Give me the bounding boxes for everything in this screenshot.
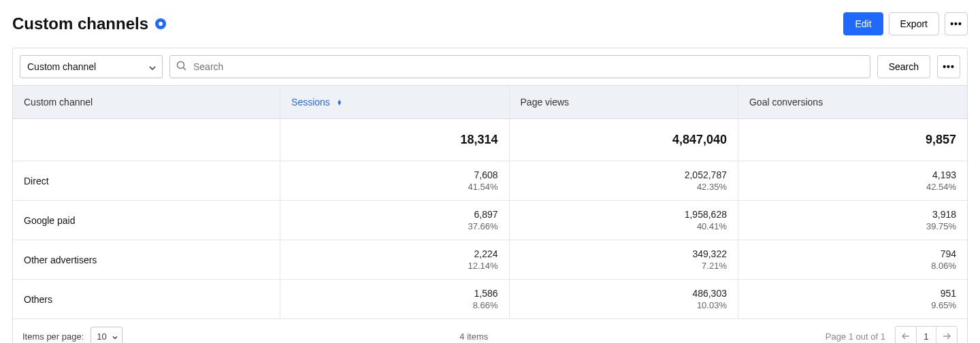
row-name: Others: [13, 280, 280, 319]
arrow-right-icon: [943, 333, 951, 340]
next-page-button[interactable]: [936, 327, 957, 343]
footer-left: Items per page: 10: [22, 327, 122, 343]
row-sessions: 7,60841.54%: [280, 161, 509, 201]
table-row[interactable]: Others1,5868.66%486,30310.03%9519.65%: [13, 280, 967, 319]
groupby-select[interactable]: Custom channel: [20, 55, 163, 78]
search-wrap: [169, 55, 870, 78]
edit-button[interactable]: Edit: [843, 12, 883, 35]
totals-row: 18,314 4,847,040 9,857: [13, 119, 967, 161]
row-goals: 3,91839.75%: [738, 201, 967, 240]
row-goals: 4,19342.54%: [738, 161, 967, 201]
row-sessions: 2,22412.14%: [280, 240, 509, 280]
svg-point-0: [178, 62, 184, 69]
row-sessions: 1,5868.66%: [280, 280, 509, 319]
row-sessions: 6,89737.66%: [280, 201, 509, 240]
info-icon[interactable]: [155, 18, 166, 29]
table-header-row: Custom channel Sessions ▲▼ Page views Go…: [13, 86, 967, 119]
totals-goals: 9,857: [738, 119, 967, 161]
svg-line-1: [184, 68, 186, 71]
header-more-button[interactable]: •••: [945, 12, 968, 35]
totals-name-cell: [13, 119, 280, 161]
items-per-page-select[interactable]: 10: [91, 327, 122, 343]
table-row[interactable]: Direct7,60841.54%2,052,78742.35%4,19342.…: [13, 161, 967, 201]
column-header-sessions[interactable]: Sessions ▲▼: [280, 86, 509, 119]
items-per-page-label: Items per page:: [22, 331, 84, 342]
header-actions: Edit Export •••: [843, 12, 968, 35]
table-row[interactable]: Google paid6,89737.66%1,958,62840.41%3,9…: [13, 201, 967, 240]
row-pageviews: 1,958,62840.41%: [509, 201, 738, 240]
chevron-down-icon: [112, 331, 118, 342]
row-name: Google paid: [13, 201, 280, 240]
row-goals: 7948.06%: [738, 240, 967, 280]
page-title: Custom channels: [12, 14, 148, 33]
ellipsis-icon: •••: [943, 61, 955, 72]
column-header-name[interactable]: Custom channel: [13, 86, 280, 119]
table-row[interactable]: Other advertisers2,22412.14%349,3227.21%…: [13, 240, 967, 280]
page-text: Page 1 out of 1: [826, 331, 885, 342]
totals-sessions: 18,314: [280, 119, 509, 161]
search-input[interactable]: [169, 55, 870, 78]
prev-page-button[interactable]: [896, 327, 916, 343]
pager: 1: [895, 326, 958, 343]
footer-right: Page 1 out of 1 1: [826, 326, 958, 343]
row-pageviews: 2,052,78742.35%: [509, 161, 738, 201]
ellipsis-icon: •••: [950, 18, 962, 29]
row-pageviews: 486,30310.03%: [509, 280, 738, 319]
arrow-left-icon: [902, 333, 910, 340]
groupby-select-wrap: Custom channel: [20, 55, 163, 78]
item-count: 4 items: [459, 331, 488, 342]
groupby-value: Custom channel: [27, 61, 96, 72]
column-header-pageviews[interactable]: Page views: [509, 86, 738, 119]
toolbar-more-button[interactable]: •••: [937, 55, 960, 78]
title-wrap: Custom channels: [12, 14, 166, 33]
items-per-page-value: 10: [97, 331, 106, 342]
search-button[interactable]: Search: [877, 55, 930, 78]
toolbar: Custom channel Search •••: [13, 48, 967, 85]
sort-icon: ▲▼: [337, 100, 342, 105]
row-goals: 9519.65%: [738, 280, 967, 319]
report-table: Custom channel Sessions ▲▼ Page views Go…: [13, 85, 967, 319]
current-page: 1: [916, 327, 936, 343]
row-name: Direct: [13, 161, 280, 201]
row-pageviews: 349,3227.21%: [509, 240, 738, 280]
column-header-goals[interactable]: Goal conversions: [738, 86, 967, 119]
column-label: Sessions: [291, 97, 330, 108]
report-panel: Custom channel Search ••• Custom channel…: [12, 48, 968, 343]
export-button[interactable]: Export: [889, 12, 939, 35]
row-name: Other advertisers: [13, 240, 280, 280]
table-footer: Items per page: 10 4 items Page 1 out of…: [13, 319, 967, 343]
search-icon: [176, 61, 186, 73]
page-header: Custom channels Edit Export •••: [12, 12, 968, 35]
totals-pageviews: 4,847,040: [509, 119, 738, 161]
